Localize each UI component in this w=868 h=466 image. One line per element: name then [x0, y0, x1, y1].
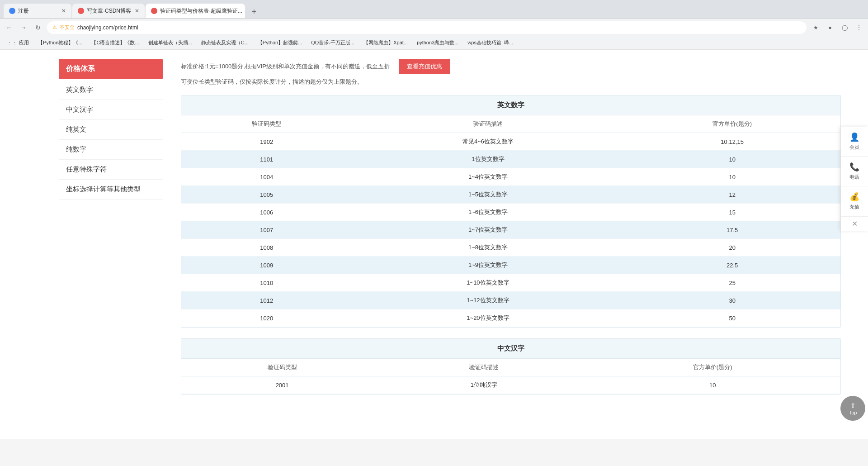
cell-desc: 1~10位英文数字 [352, 274, 624, 292]
bookmark-star-button[interactable]: ★ [810, 22, 821, 33]
section-title-english-number: 英文数字 [181, 95, 840, 115]
address-text: chaojiying.com/price.html [77, 24, 138, 31]
address-input[interactable]: ⚠ 不安全 chaojiying.com/price.html [47, 21, 807, 34]
bookmark-label-wps: wps基础技巧篇_哔... [467, 39, 513, 46]
bookmark-label-python3: python3爬虫与数... [417, 39, 458, 46]
col-type-header: 验证码类型 [181, 115, 352, 133]
table-header-row: 验证码类型 验证码描述 官方单价(题分) [181, 115, 840, 133]
browser-chrome: 注册 ✕ 写文章-CSDN博客 ✕ 验证码类型与价格表-超级鹰验证... ✕ +… [0, 0, 868, 50]
cell-price: 20 [624, 239, 840, 257]
sidebar-item-pure-number[interactable]: 纯数字 [59, 140, 163, 160]
table-row: 2001 1位纯汉字 10 [181, 376, 840, 394]
charge-button[interactable]: 查看充值优惠 [399, 59, 450, 74]
bookmark-python[interactable]: 【Python教程】《... [34, 38, 86, 47]
bookmark-wps[interactable]: wps基础技巧篇_哔... [464, 38, 517, 47]
new-tab-button[interactable]: + [248, 5, 260, 18]
tab-csdn[interactable]: 写文章-CSDN博客 ✕ [72, 4, 145, 18]
bookmark-label-spider: 【网络爬虫】Xpat... [363, 39, 408, 46]
tab-close-register[interactable]: ✕ [58, 8, 66, 14]
close-float-button[interactable]: ✕ [841, 216, 868, 231]
phone-label: 电话 [849, 174, 859, 181]
cell-type: 1007 [181, 221, 352, 239]
tab-icon-register [9, 8, 15, 14]
tab-close-csdn[interactable]: ✕ [131, 8, 139, 14]
cell-desc: 1~4位英文数字 [352, 168, 624, 186]
sidebar-item-pure-english[interactable]: 纯英文 [59, 120, 163, 140]
col-price-header: 官方单价(题分) [624, 115, 840, 133]
cell-price: 25 [624, 274, 840, 292]
bookmark-static[interactable]: 静态链表及实现（C... [198, 38, 252, 47]
col2-desc-header: 验证码描述 [383, 359, 585, 376]
top-button[interactable]: ⇧ Top [840, 396, 865, 421]
sidebar-item-english-number[interactable]: 英文数字 [59, 80, 163, 100]
cell-type: 1005 [181, 186, 352, 204]
table-row: 1010 1~10位英文数字 25 [181, 274, 840, 292]
lock-icon: ⚠ [52, 24, 57, 30]
bookmark-label-linklist: 创建单链表（头插... [148, 39, 192, 46]
tab-label-price: 验证码类型与价格表-超级鹰验证... [160, 7, 242, 15]
bookmark-label-qq: QQ音乐-千万正版... [311, 39, 354, 46]
cell-type: 1006 [181, 204, 352, 221]
cell-desc: 1位纯汉字 [383, 376, 585, 394]
table-row: 1008 1~8位英文数字 20 [181, 239, 840, 257]
tab-label-csdn: 写文章-CSDN博客 [87, 7, 131, 15]
col-desc-header: 验证码描述 [352, 115, 624, 133]
table-chinese: 验证码类型 验证码描述 官方单价(题分) 2001 1位纯汉字 10 [181, 359, 840, 394]
cell-price: 10,12,15 [624, 133, 840, 151]
cell-desc: 常见4~6位英文数字 [352, 133, 624, 151]
profile-button[interactable]: ◯ [839, 22, 850, 33]
cell-desc: 1位英文数字 [352, 151, 624, 168]
tab-bar: 注册 ✕ 写文章-CSDN博客 ✕ 验证码类型与价格表-超级鹰验证... ✕ + [0, 0, 868, 18]
cell-type: 1009 [181, 257, 352, 274]
tab-price[interactable]: 验证码类型与价格表-超级鹰验证... ✕ [146, 4, 245, 18]
tab-register[interactable]: 注册 ✕ [4, 4, 71, 18]
cell-desc: 1~8位英文数字 [352, 239, 624, 257]
bookmark-qq[interactable]: QQ音乐-千万正版... [307, 38, 358, 47]
table2-header-row: 验证码类型 验证码描述 官方单价(题分) [181, 359, 840, 376]
cell-price: 17.5 [624, 221, 840, 239]
col2-type-header: 验证码类型 [181, 359, 383, 376]
sidebar-item-chinese[interactable]: 中文汉字 [59, 100, 163, 120]
table-row: 1101 1位英文数字 10 [181, 151, 840, 168]
apps-icon: ⋮⋮ [7, 40, 17, 46]
cell-price: 30 [624, 292, 840, 309]
forward-button[interactable]: → [18, 22, 29, 33]
recharge-label: 充值 [849, 204, 859, 210]
cell-type: 1010 [181, 274, 352, 292]
table-row: 1004 1~4位英文数字 10 [181, 168, 840, 186]
float-phone[interactable]: 📞 电话 [841, 157, 868, 186]
cell-desc: 1~6位英文数字 [352, 204, 624, 221]
bookmark-spider[interactable]: 【网络爬虫】Xpat... [360, 38, 411, 47]
bookmark-c[interactable]: 【C语言描述】《数... [88, 38, 142, 47]
extension-button[interactable]: ● [825, 22, 835, 33]
back-button[interactable]: ← [4, 22, 14, 33]
sidebar-item-special-chars[interactable]: 任意特殊字符 [59, 160, 163, 180]
cell-desc: 1~7位英文数字 [352, 221, 624, 239]
bookmarks-bar: ⋮⋮ 应用 【Python教程】《... 【C语言描述】《数... 创建单链表（… [0, 36, 868, 50]
bookmark-label-python2: 【Python】超强爬... [258, 39, 302, 46]
bookmark-python3[interactable]: python3爬虫与数... [413, 38, 462, 47]
bookmark-apps[interactable]: ⋮⋮ 应用 [4, 38, 33, 47]
bookmark-linklist[interactable]: 创建单链表（头插... [145, 38, 196, 47]
cell-desc: 1~9位英文数字 [352, 257, 624, 274]
tab-close-price[interactable]: ✕ [242, 8, 245, 14]
bookmark-label-c: 【C语言描述】《数... [91, 39, 139, 46]
sidebar: 价格体系 英文数字 中文汉字 纯英文 纯数字 任意特殊字符 坐标选择计算等其他类… [0, 50, 172, 439]
col2-price-header: 官方单价(题分) [585, 359, 840, 376]
bookmark-label-apps: 应用 [19, 39, 29, 46]
table-row: 1007 1~7位英文数字 17.5 [181, 221, 840, 239]
bookmark-label-python: 【Python教程】《... [38, 39, 82, 46]
table-row: 1009 1~9位英文数字 22.5 [181, 257, 840, 274]
right-float-panel: 👤 会员 📞 电话 💰 充值 ✕ [840, 127, 868, 231]
menu-button[interactable]: ⋮ [854, 22, 864, 33]
recharge-icon: 💰 [849, 192, 859, 202]
reload-button[interactable]: ↻ [33, 22, 43, 33]
sidebar-item-coordinate[interactable]: 坐标选择计算等其他类型 [59, 180, 163, 200]
float-member[interactable]: 👤 会员 [841, 127, 868, 157]
float-recharge[interactable]: 💰 充值 [841, 186, 868, 216]
cell-price: 22.5 [624, 257, 840, 274]
bookmark-python2[interactable]: 【Python】超强爬... [254, 38, 306, 47]
cell-desc: 1~12位英文数字 [352, 292, 624, 309]
main-content: 标准价格:1元=1000题分,根据VIP级别和单次充值金额，有不同的赠送，低至五… [172, 50, 868, 439]
lock-label: 不安全 [60, 24, 75, 31]
